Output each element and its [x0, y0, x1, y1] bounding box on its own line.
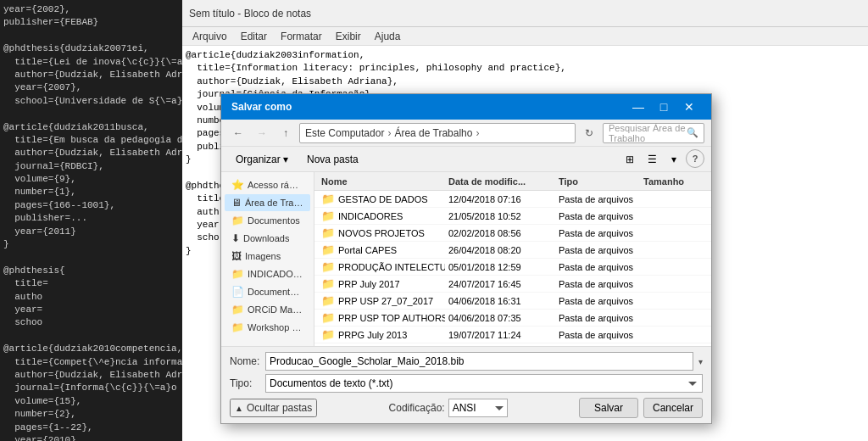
nav-item-imagens[interactable]: 🖼 Imagens [225, 248, 310, 265]
filename-row: Nome: ▾ [230, 352, 703, 371]
dialog-maximize-button[interactable]: □ [652, 96, 676, 118]
nav-item-documentos[interactable]: 📁 Documentos [225, 212, 310, 229]
file-rows-container: 📁 GESTAO DE DADOS 12/04/2018 07:16 Pasta… [314, 191, 711, 346]
filetype-label: Tipo: [230, 377, 260, 389]
menu-ajuda[interactable]: Ajuda [368, 29, 408, 44]
col-size[interactable]: Tamanho [640, 176, 708, 187]
col-name[interactable]: Nome [318, 176, 445, 187]
nav-item-workshop[interactable]: 📁 Workshop IEEE U... [225, 319, 310, 336]
file-date-cell: 04/06/2018 16:31 [445, 296, 555, 306]
orcid-icon: 📁 [231, 304, 244, 315]
file-name-cell: 📁 Portal CAPES [318, 243, 445, 256]
encoding-select[interactable]: ANSI [448, 399, 508, 417]
filename-dropdown-icon: ▾ [698, 357, 703, 366]
folder-icon: 📁 [321, 209, 335, 222]
refresh-button[interactable]: ↻ [579, 123, 599, 143]
dialog-title: Salvar como [231, 101, 292, 113]
back-button[interactable]: ← [228, 123, 248, 143]
filetype-select[interactable]: Documentos de texto (*.txt) [265, 374, 703, 393]
hide-triangle-icon: ▲ [235, 404, 243, 413]
nav-label-downloads: Downloads [243, 233, 289, 243]
dialog-navbar: ← → ↑ Este Computador › Área de Trabalho… [221, 120, 711, 147]
file-date-cell: 02/02/2018 08:56 [445, 228, 555, 238]
view-icons: ⊞ ☰ ▾ ? [620, 149, 704, 170]
file-name: NOVOS PROJETOS [338, 228, 425, 238]
file-name: PRODUÇÃO INTELECTUAL DA USP [338, 262, 445, 272]
action-buttons: Salvar Cancelar [579, 398, 703, 418]
table-row[interactable]: 📁 INDICADORES 21/05/2018 10:52 Pasta de … [314, 208, 711, 225]
nav-item-indicador[interactable]: 📁 INDICADOR... [225, 265, 310, 282]
dialog-close-button[interactable]: ✕ [677, 96, 701, 118]
left-editor-panel: year={2002}, publisher={FEBAB} @phdthesi… [0, 0, 182, 441]
nav-item-downloads[interactable]: ⬇ Downloads [225, 230, 310, 247]
dialog-minimize-button[interactable]: — [626, 96, 650, 118]
nav-label-indicador: INDICADOR... [248, 269, 303, 279]
file-type-cell: Pasta de arquivos [555, 330, 640, 340]
table-row[interactable]: 📁 NOVOS PROJETOS 02/02/2018 08:56 Pasta … [314, 225, 711, 242]
folder-icon: 📁 [321, 311, 335, 324]
nav-item-area-trabalho[interactable]: 🖥 Área de Trabi... [225, 194, 310, 211]
menu-exibir[interactable]: Exibir [329, 29, 368, 44]
menu-arquivo[interactable]: Arquivo [186, 29, 234, 44]
search-placeholder: Pesquisar Área de Trabalho [609, 123, 687, 143]
breadcrumb-desktop: Área de Trabalho [394, 127, 472, 139]
file-date-cell: 24/07/2017 16:45 [445, 279, 555, 289]
cancel-button[interactable]: Cancelar [643, 398, 703, 418]
file-type-cell: Pasta de arquivos [555, 279, 640, 289]
file-name-cell: 📁 PRP USP 27_07_2017 [318, 294, 445, 307]
table-row[interactable]: 📁 GESTAO DE DADOS 12/04/2018 07:16 Pasta… [314, 191, 711, 208]
menu-formatar[interactable]: Formatar [274, 29, 329, 44]
save-dialog: Salvar como — □ ✕ ← → ↑ Este Computador … [220, 93, 712, 424]
nav-item-acesso-rapido[interactable]: ⭐ Acesso rápido [225, 176, 310, 193]
up-button[interactable]: ↑ [275, 123, 296, 143]
dialog-window-controls: — □ ✕ [626, 96, 701, 118]
table-row[interactable]: 📁 PRP USP 27_07_2017 04/06/2018 16:31 Pa… [314, 293, 711, 310]
nav-label-orcid: ORCiD Maio 2018 [248, 304, 303, 315]
file-date-cell: 05/01/2018 12:59 [445, 262, 555, 272]
filename-input[interactable] [265, 352, 693, 371]
menu-editar[interactable]: Editar [234, 29, 274, 44]
dialog-bottom: Nome: ▾ Tipo: Documentos de texto (*.txt… [221, 346, 711, 423]
help-button[interactable]: ? [686, 149, 704, 168]
save-button[interactable]: Salvar [579, 398, 638, 418]
nav-label-acesso-rapido: Acesso rápido [248, 180, 303, 190]
forward-button[interactable]: → [252, 123, 272, 143]
col-date[interactable]: Data de modific... [445, 176, 555, 187]
view-button-dropdown[interactable]: ▾ [664, 149, 684, 170]
file-name-cell: 📁 GESTAO DE DADOS [318, 193, 445, 205]
folder-icon: 📁 [321, 294, 335, 307]
downloads-icon: ⬇ [231, 232, 240, 244]
documents-icon: 📁 [231, 215, 244, 226]
search-icon: 🔍 [687, 127, 698, 138]
nav-item-docs-ele[interactable]: 📄 Documentos Ele... [225, 283, 310, 300]
new-folder-button[interactable]: Nova pasta [299, 150, 366, 169]
desktop-icon: 🖥 [231, 197, 242, 209]
address-bar[interactable]: Este Computador › Área de Trabalho › [299, 123, 576, 143]
nav-item-orcid[interactable]: 📁 ORCiD Maio 2018 [225, 301, 310, 318]
file-list-header: Nome Data de modific... Tipo Tamanho [314, 172, 711, 191]
table-row[interactable]: 📁 PRPG July 2013 19/07/2017 11:24 Pasta … [314, 327, 711, 343]
dialog-body: ⭐ Acesso rápido 🖥 Área de Trabi... 📁 Doc… [221, 172, 711, 346]
table-row[interactable]: 📁 Portal CAPES 26/04/2018 08:20 Pasta de… [314, 242, 711, 259]
hide-folders-button[interactable]: ▲ Ocultar pastas [230, 399, 317, 417]
file-list[interactable]: Nome Data de modific... Tipo Tamanho 📁 G… [314, 172, 711, 346]
file-name-cell: 📁 PRPG July 2013 [318, 328, 445, 341]
workshop-icon: 📁 [231, 321, 244, 333]
file-name-cell: 📁 PRODUÇÃO INTELECTUAL DA USP [318, 260, 445, 273]
view-button-grid[interactable]: ⊞ [620, 149, 640, 170]
table-row[interactable]: 📁 PRODUÇÃO INTELECTUAL DA USP 05/01/2018… [314, 259, 711, 276]
search-box[interactable]: Pesquisar Área de Trabalho 🔍 [603, 123, 704, 143]
file-date-cell: 21/05/2018 10:52 [445, 211, 555, 221]
view-button-list[interactable]: ☰ [642, 149, 662, 170]
doc-ele-icon: 📄 [231, 286, 244, 298]
nav-label-documentos: Documentos [248, 215, 300, 226]
table-row[interactable]: 📁 PRP USP TOP AUTHORS 20171109 04/06/201… [314, 310, 711, 327]
filetype-row: Tipo: Documentos de texto (*.txt) [230, 374, 703, 393]
organize-button[interactable]: Organizar ▾ [228, 150, 296, 169]
images-icon: 🖼 [231, 250, 242, 262]
col-type[interactable]: Tipo [555, 176, 640, 187]
file-date-cell: 26/04/2018 08:20 [445, 245, 555, 255]
file-name-cell: 📁 INDICADORES [318, 209, 445, 222]
table-row[interactable]: 📁 PRP July 2017 24/07/2017 16:45 Pasta d… [314, 276, 711, 293]
folder-icon-1: 📁 [231, 268, 244, 280]
